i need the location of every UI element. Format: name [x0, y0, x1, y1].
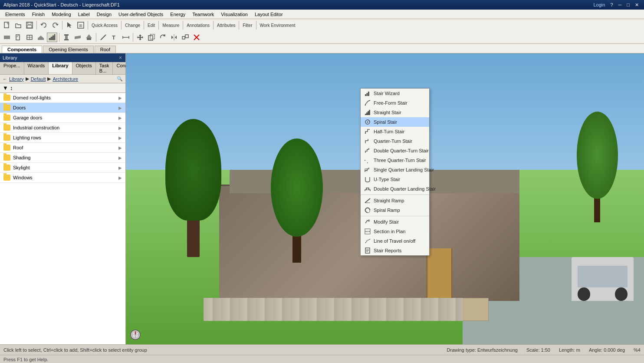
menu-halfturn-stair[interactable]: Half-Turn Stair: [361, 127, 429, 136]
lib-item-shading[interactable]: Shading ▶: [0, 153, 125, 163]
library-tabs: Prope... Wizards Library Objects Task B.…: [0, 62, 125, 75]
tb-wall[interactable]: [2, 33, 12, 42]
breadcrumb-sep1: ▶: [26, 76, 29, 82]
tb-sep6: [158, 21, 159, 30]
tb-slab[interactable]: [36, 33, 46, 42]
menu-modify-stair[interactable]: Modify Stair: [361, 217, 429, 227]
menu-utype-stair[interactable]: U-Type Stair: [361, 175, 429, 184]
breadcrumb-architecture[interactable]: Architecture: [53, 76, 78, 82]
tb-open[interactable]: [13, 20, 23, 30]
breadcrumb-default[interactable]: Default: [31, 76, 46, 82]
chevron-right-icon: ▶: [118, 106, 122, 110]
svg-rect-35: [367, 93, 368, 96]
door-opening: [427, 248, 453, 301]
filter-icon[interactable]: ▼: [3, 85, 8, 91]
tb-new[interactable]: [2, 20, 12, 30]
menu-section-plan[interactable]: Section in Plan: [361, 227, 429, 236]
tb-stair[interactable]: [47, 33, 57, 42]
minimize-btn[interactable]: ─: [617, 2, 624, 8]
menu-elements[interactable]: Elements: [2, 11, 29, 18]
tb-beam[interactable]: [72, 33, 83, 42]
tab-opening-elements[interactable]: Opening Elements: [43, 46, 94, 53]
library-header: Library ×: [0, 53, 125, 62]
tab-taskb[interactable]: Task B...: [96, 62, 113, 74]
tb-dim[interactable]: [121, 33, 131, 42]
menu-sep2: [361, 216, 429, 216]
sort-icon[interactable]: ↕: [10, 85, 13, 91]
tab-properties[interactable]: Prope...: [0, 62, 24, 74]
menu-finish[interactable]: Finish: [29, 11, 48, 18]
svg-rect-26: [150, 34, 154, 39]
tb-copy[interactable]: [146, 33, 157, 42]
lib-item-lighting[interactable]: Lighting rows ▶: [0, 133, 125, 143]
menu-label[interactable]: Label: [75, 11, 93, 18]
lib-item-skylight[interactable]: Skylight ▶: [0, 163, 125, 173]
menu-quarterturn-stair[interactable]: Quarter-Turn Stair: [361, 136, 429, 146]
svg-marker-17: [86, 34, 92, 38]
tb-mirror[interactable]: [169, 33, 179, 42]
maximize-btn[interactable]: □: [625, 2, 631, 8]
tb-select[interactable]: [64, 20, 75, 30]
menu-spiral-ramp[interactable]: Spiral Ramp: [361, 205, 429, 215]
menu-layout-editor[interactable]: Layout Editor: [251, 11, 286, 18]
menu-freeform-stair[interactable]: Free-Form Stair: [361, 98, 429, 108]
viewport[interactable]: Central perspective ⊡ ×: [126, 53, 644, 344]
tb-text[interactable]: T: [109, 33, 120, 42]
tab-wizards[interactable]: Wizards: [24, 62, 49, 74]
tb-undo[interactable]: [39, 20, 49, 30]
tb-column[interactable]: [61, 33, 72, 42]
menu-stair-reports[interactable]: Stair Reports: [361, 246, 429, 255]
menu-straight-stair[interactable]: Straight Stair: [361, 108, 429, 117]
svg-rect-36: [368, 92, 369, 96]
tab-components[interactable]: Components: [2, 46, 42, 53]
lib-item-garage[interactable]: Garage doors ▶: [0, 113, 125, 123]
help-icon[interactable]: ?: [608, 2, 614, 8]
chevron-right-icon: ▶: [118, 96, 122, 100]
menu-visualization[interactable]: Visualization: [217, 11, 251, 18]
double-landing-label: Double Quarter Landing Stair: [374, 186, 436, 191]
tb-roof[interactable]: [84, 33, 94, 42]
menu-straight-ramp[interactable]: Straight Ramp: [361, 196, 429, 205]
menu-teamwork[interactable]: Teamwork: [189, 11, 217, 18]
tb-move[interactable]: [135, 33, 145, 42]
tb-line[interactable]: [98, 33, 108, 42]
svg-rect-3: [27, 25, 32, 28]
menu-stair-wizard[interactable]: Stair Wizard: [361, 89, 429, 98]
tb-scale[interactable]: [180, 33, 191, 42]
breadcrumb-search[interactable]: 🔍: [117, 76, 123, 82]
library-close[interactable]: ×: [118, 55, 123, 61]
lib-item-domed[interactable]: Domed roof-lights ▶: [0, 93, 125, 103]
work-env-label: Work Environment: [258, 23, 297, 28]
tb-save[interactable]: [24, 20, 35, 30]
menu-design[interactable]: Design: [93, 11, 115, 18]
menu-travel-line[interactable]: Line of Travel on/off: [361, 236, 429, 246]
lib-item-doors[interactable]: Doors ▶: [0, 103, 125, 113]
tb-door[interactable]: [13, 33, 23, 42]
breadcrumb-back[interactable]: ←: [3, 76, 7, 82]
lib-item-windows[interactable]: Windows ▶: [0, 173, 125, 183]
title-bar-controls: Login ? ─ □ ✕: [592, 2, 641, 8]
change-label: Change: [123, 23, 142, 28]
login-link[interactable]: Login: [592, 2, 607, 8]
menu-double-landing[interactable]: Double Quarter Landing Stair: [361, 184, 429, 194]
tab-objects[interactable]: Objects: [72, 62, 96, 74]
breadcrumb-library[interactable]: Library: [9, 76, 24, 82]
menu-spiral-stair[interactable]: Spiral Stair: [361, 117, 429, 127]
tab-roof[interactable]: Roof: [95, 46, 116, 53]
tab-library[interactable]: Library: [49, 62, 72, 74]
lib-item-roof[interactable]: Roof ▶: [0, 143, 125, 153]
tb-rotate[interactable]: [158, 33, 168, 42]
menu-doublequarter-stair[interactable]: Double Quarter-Turn Stair: [361, 146, 429, 155]
tb-redo[interactable]: [50, 20, 60, 30]
svg-rect-31: [185, 35, 188, 38]
menu-energy[interactable]: Energy: [167, 11, 189, 18]
menu-single-landing[interactable]: Single Quarter Landing Stair: [361, 165, 429, 175]
close-btn[interactable]: ✕: [633, 2, 641, 8]
tb-zoom-all[interactable]: ⊞: [76, 20, 86, 30]
tb-window[interactable]: [24, 33, 35, 42]
tb-delete[interactable]: [191, 33, 202, 42]
lib-item-industrial[interactable]: Industrial construction ▶: [0, 123, 125, 133]
menu-modeling[interactable]: Modeling: [48, 11, 75, 18]
menu-threequarter-stair[interactable]: Three Quarter-Turn Stair: [361, 155, 429, 165]
menu-user-defined[interactable]: User-defined Objects: [115, 11, 167, 18]
